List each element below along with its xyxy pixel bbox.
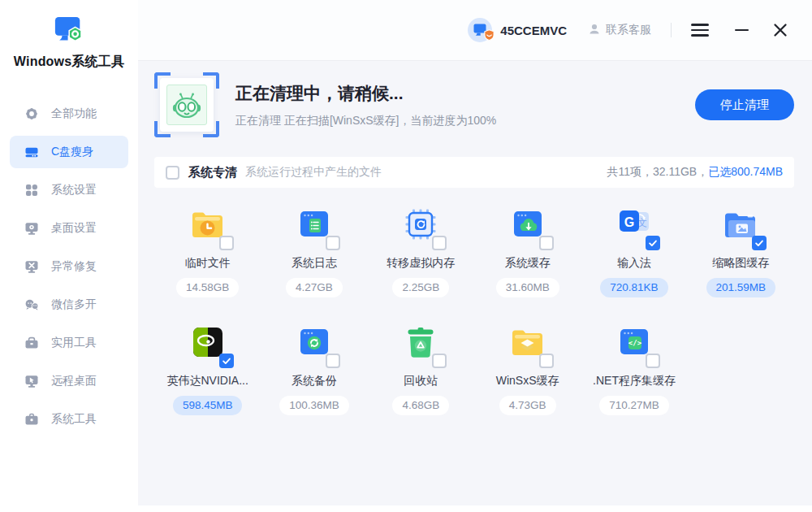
sidebar-item-label: 异常修复 — [51, 259, 97, 274]
person-icon — [588, 23, 601, 38]
sidebar-item-label: 系统工具 — [51, 412, 97, 427]
item-checkbox[interactable] — [752, 236, 767, 250]
cleanup-item-10[interactable]: </>.NET程序集缓存710.27MB — [581, 306, 687, 423]
app-title: Windows系统工具 — [0, 54, 138, 71]
sidebar-item-2[interactable]: 系统设置 — [10, 174, 128, 206]
grid-icon — [24, 183, 39, 197]
sidebar-item-0[interactable]: 全部功能 — [10, 98, 128, 130]
item-checkbox[interactable] — [326, 354, 340, 368]
section-summary: 共11项，32.11GB，已选800.74MB — [607, 165, 783, 180]
sidebar-item-label: 全部功能 — [51, 106, 97, 121]
item-name: 系统备份 — [292, 374, 337, 388]
contact-support-label: 联系客服 — [606, 23, 651, 37]
stop-cleaning-button[interactable]: 停止清理 — [695, 89, 794, 120]
select-all-checkbox[interactable] — [166, 166, 179, 180]
item-checkbox[interactable] — [326, 236, 340, 250]
contact-support-button[interactable]: 联系客服 — [588, 23, 651, 38]
cleanup-item-5[interactable]: 缩略图缓存201.59MB — [688, 188, 794, 306]
summary-total: 共11项，32.11GB， — [607, 165, 708, 178]
minimize-button[interactable] — [735, 29, 749, 32]
item-checkbox[interactable] — [219, 354, 234, 368]
sidebar: Windows系统工具 全部功能C盘瘦身系统设置桌面设置异常修复微信多开实用工具… — [0, 0, 138, 512]
dotnet-icon: </> — [615, 323, 654, 362]
item-name: 系统缓存 — [505, 256, 551, 271]
topbar-divider — [671, 23, 672, 37]
cleanup-item-8[interactable]: 回收站4.68GB — [368, 306, 474, 423]
sidebar-item-1[interactable]: C盘瘦身 — [10, 136, 128, 168]
system-backup-icon — [295, 323, 334, 362]
item-checkbox[interactable] — [646, 354, 660, 368]
sidebar-menu: 全部功能C盘瘦身系统设置桌面设置异常修复微信多开实用工具远程桌面系统工具 — [0, 71, 138, 436]
cleanup-item-1[interactable]: 系统日志4.27GB — [261, 188, 367, 306]
remote-desktop-icon — [24, 374, 39, 388]
system-log-icon — [295, 205, 334, 244]
system-cache-icon — [508, 205, 547, 244]
section-description: 系统运行过程中产生的文件 — [245, 165, 382, 180]
sidebar-item-8[interactable]: 系统工具 — [10, 403, 128, 436]
app-logo-icon — [51, 36, 87, 50]
close-button[interactable] — [773, 23, 788, 37]
close-icon — [773, 23, 788, 37]
item-size-badge: 2.25GB — [392, 278, 449, 297]
cleanup-item-0[interactable]: 临时文件14.58GB — [154, 188, 261, 306]
item-size-badge: 100.36MB — [279, 396, 349, 415]
wechat-icon — [24, 297, 39, 312]
item-size-badge: 31.60MB — [496, 278, 559, 297]
sidebar-item-7[interactable]: 远程桌面 — [10, 365, 128, 397]
sidebar-item-label: 微信多开 — [51, 297, 97, 312]
cleaning-status-card: 正在清理中，请稍候... 正在清理 正在扫描[WinSxS缓存]，当前进度为10… — [154, 72, 794, 137]
recycle-bin-icon — [401, 323, 440, 362]
item-checkbox[interactable] — [219, 236, 234, 250]
cleanup-item-2[interactable]: 转移虚拟内存2.25GB — [368, 188, 474, 306]
briefcase-icon — [24, 412, 39, 427]
item-size-badge: 598.45MB — [173, 396, 243, 415]
sidebar-item-3[interactable]: 桌面设置 — [10, 212, 128, 245]
sidebar-item-label: 系统设置 — [51, 183, 97, 197]
drive-icon — [24, 145, 39, 159]
item-checkbox[interactable] — [432, 354, 447, 368]
cleanup-grid: 临时文件14.58GB系统日志4.27GB转移虚拟内存2.25GB系统缓存31.… — [154, 188, 794, 423]
sidebar-item-6[interactable]: 实用工具 — [10, 327, 128, 359]
item-size-badge: 201.59MB — [706, 278, 776, 297]
cleanup-item-4[interactable]: 文G输入法720.81KB — [581, 188, 687, 306]
item-checkbox[interactable] — [646, 236, 660, 250]
item-name: 回收站 — [404, 374, 438, 388]
username: 45CCEMVC — [500, 24, 567, 37]
item-size-badge: 4.68GB — [392, 396, 449, 415]
item-size-badge: 4.73GB — [499, 396, 556, 415]
item-checkbox[interactable] — [539, 354, 554, 368]
item-name: .NET程序集缓存 — [593, 374, 676, 388]
summary-selected: 已选800.74MB — [708, 165, 783, 178]
logo-block: Windows系统工具 — [0, 0, 138, 71]
item-name: 输入法 — [617, 256, 651, 271]
item-size-badge: 720.81KB — [600, 278, 667, 297]
main-content: 正在清理中，请稍候... 正在清理 正在扫描[WinSxS缓存]，当前进度为10… — [138, 62, 812, 505]
toolbox-icon — [24, 336, 39, 350]
sidebar-item-label: 实用工具 — [51, 336, 97, 350]
sidebar-item-5[interactable]: 微信多开 — [10, 289, 128, 321]
repair-icon — [24, 259, 39, 274]
cleanup-item-7[interactable]: 系统备份100.36MB — [261, 306, 367, 423]
cleanup-item-3[interactable]: 系统缓存31.60MB — [474, 188, 581, 306]
status-subtitle: 正在清理 正在扫描[WinSxS缓存]，当前进度为100% — [235, 114, 496, 128]
sidebar-item-4[interactable]: 异常修复 — [10, 250, 128, 283]
virtual-memory-icon — [401, 205, 440, 244]
cleanup-item-6[interactable]: 英伟达NVIDIA...598.45MB — [154, 306, 261, 423]
winsxs-icon — [508, 323, 547, 362]
svg-text:</>: </> — [628, 339, 642, 347]
menu-icon[interactable] — [689, 20, 710, 40]
cleanup-item-9[interactable]: WinSxS缓存4.73GB — [474, 306, 581, 423]
avatar[interactable] — [468, 18, 492, 42]
sidebar-item-label: 远程桌面 — [51, 374, 97, 388]
topbar: 45CCEMVC 联系客服 — [138, 0, 812, 61]
desktop-settings-icon — [24, 221, 39, 236]
app-window: Windows系统工具 全部功能C盘瘦身系统设置桌面设置异常修复微信多开实用工具… — [0, 0, 812, 512]
item-name: 缩略图缓存 — [712, 256, 769, 271]
item-checkbox[interactable] — [432, 236, 447, 250]
status-title: 正在清理中，请稍候... — [235, 82, 496, 105]
gear-icon — [24, 106, 39, 121]
item-name: 英伟达NVIDIA... — [166, 374, 248, 388]
item-checkbox[interactable] — [539, 236, 554, 250]
sidebar-item-label: C盘瘦身 — [51, 145, 93, 159]
item-name: 系统日志 — [292, 256, 337, 271]
